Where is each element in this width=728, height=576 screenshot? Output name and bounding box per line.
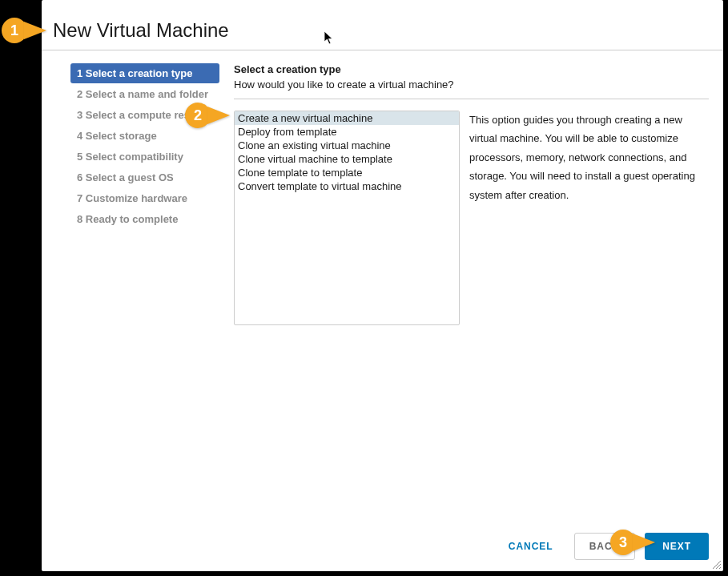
option-clone-template-to-template[interactable]: Clone template to template xyxy=(235,166,459,179)
content-subheading: How would you like to create a virtual m… xyxy=(234,79,709,99)
content-columns: Create a new virtual machine Deploy from… xyxy=(234,111,709,325)
option-clone-existing-vm[interactable]: Clone an existing virtual machine xyxy=(235,139,459,152)
option-convert-template-to-vm[interactable]: Convert template to virtual machine xyxy=(235,179,459,193)
wizard-footer: CANCEL BACK NEXT xyxy=(42,522,723,571)
option-description: This option guides you through creating … xyxy=(469,111,709,325)
cancel-button[interactable]: CANCEL xyxy=(497,533,565,560)
option-deploy-template[interactable]: Deploy from template xyxy=(235,125,459,139)
wizard-dialog: New Virtual Machine 1 Select a creation … xyxy=(42,0,723,571)
step-3-compute-resource[interactable]: 3 Select a compute resource xyxy=(70,105,219,125)
next-button[interactable]: NEXT xyxy=(645,533,709,560)
step-7-customize-hardware[interactable]: 7 Customize hardware xyxy=(70,188,219,208)
wizard-steps: 1 Select a creation type 2 Select a name… xyxy=(42,63,219,325)
back-button[interactable]: BACK xyxy=(574,533,636,560)
step-4-storage[interactable]: 4 Select storage xyxy=(70,126,219,146)
step-8-ready-complete[interactable]: 8 Ready to complete xyxy=(70,209,219,229)
step-2-name-folder[interactable]: 2 Select a name and folder xyxy=(70,84,219,104)
option-clone-vm-to-template[interactable]: Clone virtual machine to template xyxy=(235,152,459,166)
option-create-new-vm[interactable]: Create a new virtual machine xyxy=(235,111,459,125)
step-5-compatibility[interactable]: 5 Select compatibility xyxy=(70,147,219,167)
step-1-creation-type[interactable]: 1 Select a creation type xyxy=(70,63,219,83)
content-heading: Select a creation type xyxy=(234,63,709,75)
callout-1: 1 xyxy=(2,18,46,43)
step-6-guest-os[interactable]: 6 Select a guest OS xyxy=(70,167,219,187)
callout-badge: 1 xyxy=(2,18,27,43)
wizard-content: Select a creation type How would you lik… xyxy=(219,63,723,325)
wizard-title: New Virtual Machine xyxy=(42,0,723,50)
wizard-body: 1 Select a creation type 2 Select a name… xyxy=(42,50,723,325)
creation-type-list[interactable]: Create a new virtual machine Deploy from… xyxy=(234,111,460,325)
